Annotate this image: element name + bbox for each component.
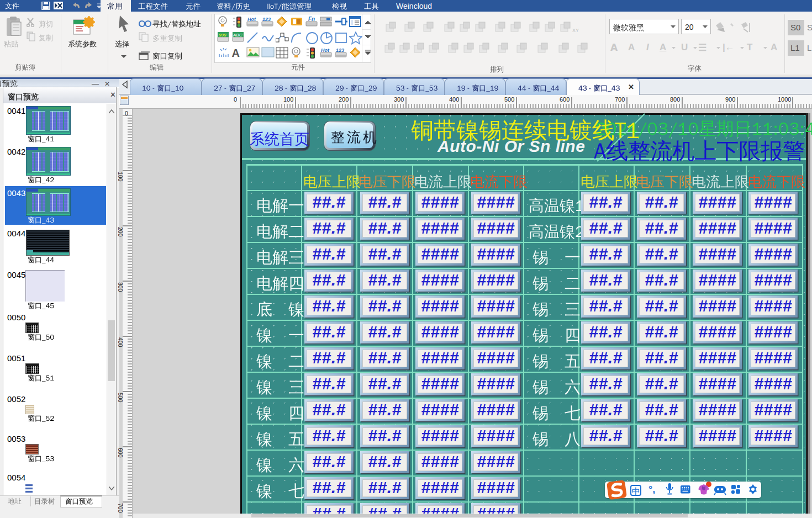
svg-text:999: 999 [219,33,226,38]
svg-text:123: 123 [336,47,344,53]
svg-text:Hot: Hot [321,47,330,53]
svg-text:ABC: ABC [233,33,242,38]
svg-text:123: 123 [262,17,271,22]
svg-text:Hot: Hot [247,17,256,22]
svg-text:Fn: Fn [308,16,315,22]
